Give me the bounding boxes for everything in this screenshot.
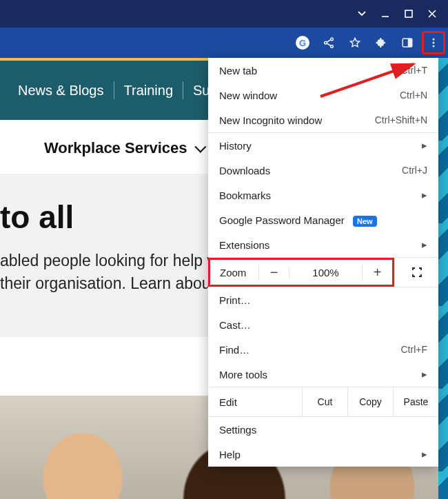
svg-rect-7: [409, 39, 412, 47]
nav-item[interactable]: News & Blogs: [8, 79, 114, 103]
menu-help[interactable]: Help ▸: [208, 442, 438, 467]
menu-zoom-row: Zoom − 100% +: [208, 258, 438, 287]
hero-body-line: their organisation. Learn about ou: [0, 274, 237, 292]
menu-downloads[interactable]: Downloads Ctrl+J: [208, 158, 438, 183]
menu-extensions[interactable]: Extensions ▸: [208, 232, 438, 257]
menu-password-manager[interactable]: Google Password Manager New: [208, 207, 438, 232]
more-menu-button[interactable]: [422, 31, 445, 54]
menu-edit-row: Edit Cut Copy Paste: [208, 387, 438, 416]
menu-item-label: Cast…: [219, 319, 251, 331]
window-maximize-button[interactable]: [397, 3, 420, 24]
menu-item-label: More tools: [219, 369, 267, 380]
share-icon[interactable]: [317, 31, 340, 54]
google-avatar-icon[interactable]: G: [291, 31, 314, 54]
menu-item-label: Settings: [219, 424, 256, 436]
side-panel-icon[interactable]: [396, 31, 419, 54]
menu-item-shortcut: Ctrl+T: [401, 65, 428, 76]
menu-history[interactable]: History ▸: [208, 133, 438, 158]
menu-item-label: Find…: [219, 344, 250, 356]
menu-settings[interactable]: Settings: [208, 417, 438, 442]
svg-point-10: [433, 45, 435, 48]
extensions-puzzle-icon[interactable]: [369, 31, 393, 54]
window-titlebar: [0, 0, 448, 28]
menu-cast[interactable]: Cast…: [208, 312, 438, 337]
menu-item-label: Bookmarks: [219, 190, 271, 201]
menu-bookmarks[interactable]: Bookmarks ▸: [208, 183, 438, 207]
menu-item-shortcut: Ctrl+J: [402, 165, 427, 176]
copy-button[interactable]: Copy: [347, 387, 393, 416]
tab-dropdown-icon[interactable]: [350, 3, 374, 24]
window-minimize-button[interactable]: [374, 3, 397, 24]
submenu-arrow-icon: ▸: [422, 368, 427, 380]
zoom-in-button[interactable]: +: [362, 265, 392, 281]
chrome-main-menu: New tab Ctrl+T New window Ctrl+N New Inc…: [208, 58, 438, 467]
zoom-value: 100%: [289, 267, 362, 278]
menu-item-label: New Incognito window: [219, 114, 322, 126]
menu-item-label: Google Password Manager New: [219, 214, 377, 226]
menu-item-shortcut: Ctrl+N: [400, 90, 427, 101]
menu-item-label: Extensions: [219, 239, 269, 251]
svg-rect-1: [405, 10, 412, 17]
browser-toolbar: G: [0, 28, 448, 58]
window-close-button[interactable]: [420, 3, 444, 24]
submenu-arrow-icon: ▸: [422, 139, 427, 152]
submenu-arrow-icon: ▸: [422, 448, 427, 460]
bookmark-star-icon[interactable]: [343, 31, 367, 54]
submenu-arrow-icon: ▸: [422, 238, 427, 251]
menu-item-label: Print…: [219, 294, 251, 306]
zoom-out-button[interactable]: −: [258, 265, 289, 281]
submenu-arrow-icon: ▸: [422, 189, 427, 201]
menu-item-label: History: [219, 140, 252, 152]
fullscreen-button[interactable]: [394, 258, 438, 287]
zoom-label: Zoom: [210, 267, 258, 278]
svg-point-9: [433, 42, 435, 44]
menu-print[interactable]: Print…: [208, 287, 438, 312]
zoom-highlight-box: Zoom − 100% +: [208, 258, 394, 287]
menu-new-incognito[interactable]: New Incognito window Ctrl+Shift+N: [208, 108, 438, 132]
menu-item-label: Help: [219, 449, 241, 460]
menu-more-tools[interactable]: More tools ▸: [208, 362, 438, 387]
menu-item-shortcut: Ctrl+Shift+N: [375, 114, 427, 125]
menu-item-label: Downloads: [219, 165, 270, 176]
menu-new-window[interactable]: New window Ctrl+N: [208, 83, 438, 108]
menu-find[interactable]: Find… Ctrl+F: [208, 337, 438, 362]
edit-label: Edit: [208, 387, 302, 416]
menu-item-label: New tab: [219, 65, 257, 77]
new-badge: New: [353, 216, 377, 227]
desktop-background-edge: [438, 58, 448, 499]
svg-point-8: [433, 39, 435, 41]
paste-button[interactable]: Paste: [393, 387, 438, 416]
cut-button[interactable]: Cut: [302, 387, 347, 416]
menu-item-shortcut: Ctrl+F: [401, 344, 428, 355]
menu-item-label: New window: [219, 90, 277, 101]
nav-item[interactable]: Training: [114, 79, 183, 103]
menu-new-tab[interactable]: New tab Ctrl+T: [208, 58, 438, 83]
